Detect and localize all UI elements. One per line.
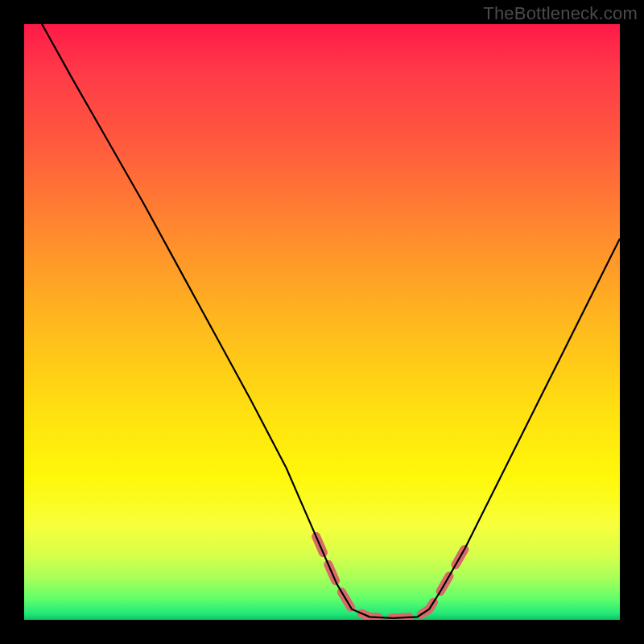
chart-frame: TheBottleneck.com (0, 0, 644, 644)
highlight-curve (316, 536, 465, 617)
chart-svg (24, 24, 620, 620)
bottleneck-curve (24, 24, 620, 618)
watermark-text: TheBottleneck.com (483, 3, 638, 24)
plot-area (24, 24, 620, 620)
